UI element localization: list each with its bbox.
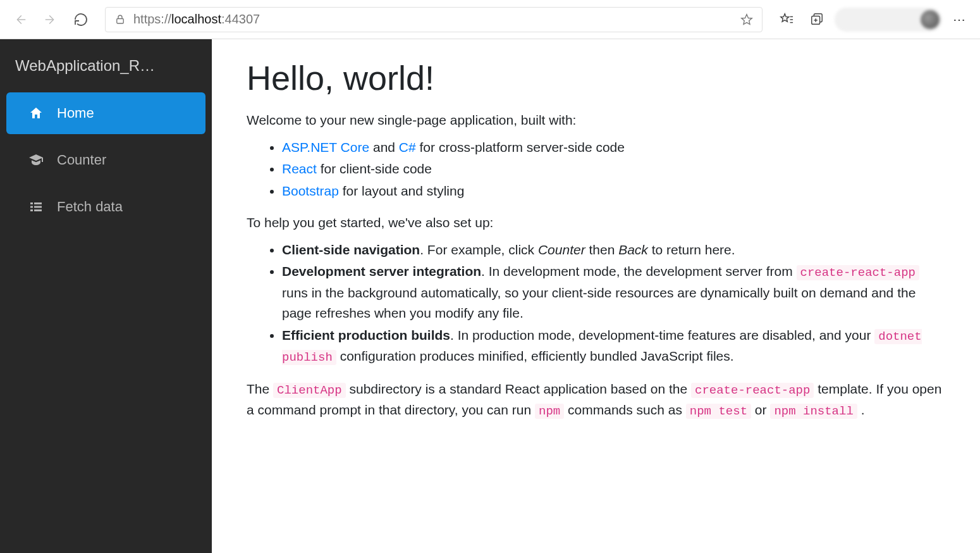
- home-icon: [28, 106, 44, 121]
- forward-button[interactable]: [38, 7, 63, 32]
- list-item: Development server integration. In devel…: [282, 261, 945, 324]
- code-clientapp: ClientApp: [273, 383, 346, 398]
- collections-icon: [810, 13, 824, 27]
- link-bootstrap[interactable]: Bootstrap: [282, 183, 339, 198]
- address-bar[interactable]: https://localhost:44307: [105, 7, 763, 32]
- svg-rect-10: [34, 202, 42, 204]
- setup-list: Client-side navigation. For example, cli…: [282, 240, 945, 368]
- svg-marker-1: [742, 14, 752, 24]
- code-npm: npm: [535, 404, 564, 419]
- arrow-left-icon: [13, 13, 27, 27]
- welcome-text: Welcome to your new single-page applicat…: [247, 110, 945, 131]
- list-item: ASP.NET Core and C# for cross-platform s…: [282, 137, 945, 158]
- collections-button[interactable]: [804, 7, 830, 32]
- app-title: WebApplication_R…: [0, 46, 212, 90]
- sidebar-item-home[interactable]: Home: [6, 92, 205, 134]
- svg-rect-9: [30, 202, 33, 204]
- list-item: Client-side navigation. For example, cli…: [282, 240, 945, 261]
- tech-list: ASP.NET Core and C# for cross-platform s…: [282, 137, 945, 202]
- list-item: Efficient production builds. In producti…: [282, 325, 945, 368]
- setup-intro: To help you get started, we've also set …: [247, 213, 945, 233]
- sidebar-item-label: Fetch data: [57, 199, 123, 215]
- code-create-react-app: create-react-app: [797, 265, 919, 280]
- link-csharp[interactable]: C#: [399, 140, 416, 154]
- favorites-button[interactable]: [774, 7, 799, 32]
- profile-button[interactable]: [835, 8, 942, 32]
- code-npm-install: npm install: [770, 404, 857, 419]
- dots-icon: ⋯: [946, 12, 974, 27]
- refresh-button[interactable]: [68, 7, 94, 32]
- refresh-icon: [73, 12, 89, 27]
- lock-icon: [114, 14, 126, 25]
- svg-rect-14: [34, 209, 42, 211]
- svg-rect-11: [30, 206, 33, 208]
- sidebar-item-label: Home: [57, 105, 94, 121]
- url-text: https://localhost:44307: [133, 12, 260, 27]
- page-heading: Hello, world!: [247, 58, 945, 97]
- list-item: React for client-side code: [282, 159, 945, 180]
- url-protocol: https://: [133, 12, 171, 26]
- more-menu-button[interactable]: ⋯: [947, 7, 972, 32]
- svg-marker-2: [781, 13, 789, 21]
- svg-rect-12: [34, 206, 42, 208]
- sidebar-item-fetch-data[interactable]: Fetch data: [6, 186, 205, 228]
- app-body: WebApplication_R… Home Counter Fetch dat…: [0, 39, 980, 553]
- star-lines-icon: [780, 13, 793, 27]
- graduation-cap-icon: [28, 152, 44, 168]
- footer-paragraph: The ClientApp subdirectory is a standard…: [247, 379, 945, 421]
- avatar-icon: [921, 10, 940, 29]
- code-create-react-app: create-react-app: [691, 383, 814, 398]
- back-button[interactable]: [8, 7, 33, 32]
- link-aspnet[interactable]: ASP.NET Core: [282, 140, 369, 154]
- sidebar-item-counter[interactable]: Counter: [6, 139, 205, 181]
- url-host: localhost: [171, 12, 221, 26]
- svg-rect-13: [30, 209, 33, 211]
- svg-rect-0: [117, 18, 124, 23]
- bookmark-star-icon[interactable]: [740, 13, 753, 26]
- url-port: :44307: [221, 12, 260, 26]
- browser-toolbar: https://localhost:44307 ⋯: [0, 0, 980, 39]
- main-content: Hello, world! Welcome to your new single…: [212, 39, 980, 553]
- list-item: Bootstrap for layout and styling: [282, 181, 945, 202]
- link-react[interactable]: React: [282, 161, 317, 176]
- sidebar-item-label: Counter: [57, 152, 106, 168]
- list-icon: [28, 199, 44, 214]
- code-npm-test: npm test: [686, 404, 751, 419]
- arrow-right-icon: [44, 13, 58, 27]
- sidebar: WebApplication_R… Home Counter Fetch dat…: [0, 39, 212, 553]
